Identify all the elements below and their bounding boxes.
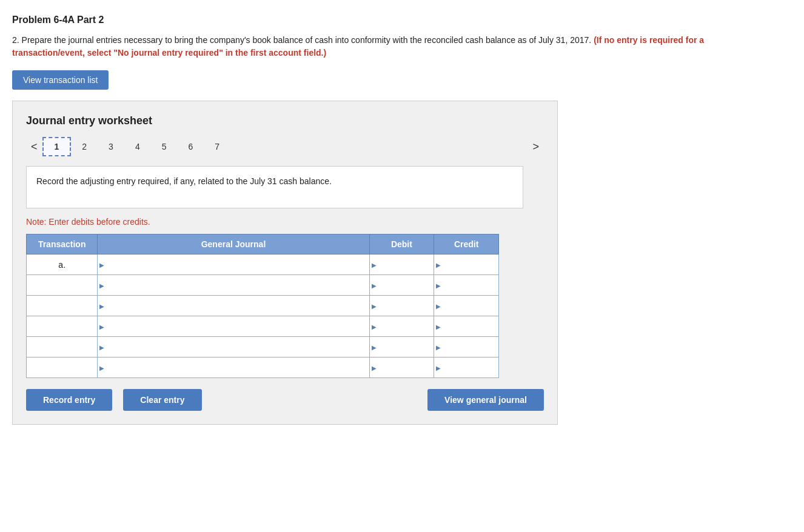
table-row — [27, 296, 499, 316]
debit-cell-2[interactable] — [369, 275, 434, 296]
tab-6[interactable]: 6 — [178, 138, 204, 155]
general-journal-cell-2[interactable] — [98, 275, 369, 296]
credit-cell-6[interactable] — [434, 357, 499, 378]
worksheet-container: Journal entry worksheet < 1 2 3 4 5 6 7 … — [12, 101, 558, 425]
credit-input-3[interactable] — [434, 296, 498, 316]
general-journal-input-2[interactable] — [98, 275, 369, 295]
transaction-label-a: a. — [27, 254, 98, 275]
credit-input-1[interactable] — [434, 254, 498, 274]
debit-cell-3[interactable] — [369, 296, 434, 316]
transaction-label-5 — [27, 337, 98, 357]
transaction-label-6 — [27, 357, 98, 378]
debit-input-1[interactable] — [370, 254, 434, 274]
transaction-label-2 — [27, 275, 98, 296]
credit-cell-1[interactable] — [434, 254, 499, 275]
debit-cell-4[interactable] — [369, 316, 434, 337]
col-general-journal: General Journal — [98, 234, 369, 254]
tab-5[interactable]: 5 — [151, 138, 178, 155]
debit-cell-6[interactable] — [369, 357, 434, 378]
general-journal-cell-3[interactable] — [98, 296, 369, 316]
general-journal-input-4[interactable] — [98, 316, 369, 336]
debit-cell-1[interactable] — [369, 254, 434, 275]
table-row — [27, 316, 499, 337]
tab-1[interactable]: 1 — [42, 137, 72, 156]
transaction-label-3 — [27, 296, 98, 316]
tab-4[interactable]: 4 — [124, 138, 151, 155]
debit-input-4[interactable] — [370, 316, 434, 336]
credit-cell-3[interactable] — [434, 296, 499, 316]
col-credit: Credit — [434, 234, 499, 254]
table-row — [27, 357, 499, 378]
table-row — [27, 337, 499, 357]
nav-next-arrow[interactable]: > — [528, 138, 544, 156]
tab-row: < 1 2 3 4 5 6 7 > — [26, 137, 544, 156]
journal-table: Transaction General Journal Debit Credit… — [26, 234, 499, 378]
general-journal-cell-5[interactable] — [98, 337, 369, 357]
credit-cell-2[interactable] — [434, 275, 499, 296]
general-journal-input-1[interactable] — [98, 254, 369, 274]
general-journal-cell-1[interactable] — [98, 254, 369, 275]
general-journal-input-5[interactable] — [98, 337, 369, 357]
view-general-journal-button[interactable]: View general journal — [427, 389, 544, 411]
clear-entry-button[interactable]: Clear entry — [123, 389, 201, 411]
general-journal-cell-6[interactable] — [98, 357, 369, 378]
instructions-main: 2. Prepare the journal entries necessary… — [12, 35, 591, 45]
credit-input-4[interactable] — [434, 316, 498, 336]
general-journal-cell-4[interactable] — [98, 316, 369, 337]
credit-input-2[interactable] — [434, 275, 498, 295]
tab-3[interactable]: 3 — [98, 138, 124, 155]
instructions: 2. Prepare the journal entries necessary… — [12, 34, 740, 59]
note-text: Note: Enter debits before credits. — [26, 217, 544, 227]
view-transaction-list-button[interactable]: View transaction list — [12, 70, 109, 90]
credit-cell-5[interactable] — [434, 337, 499, 357]
general-journal-input-3[interactable] — [98, 296, 369, 316]
debit-cell-5[interactable] — [369, 337, 434, 357]
table-row: a. — [27, 254, 499, 275]
tab-7[interactable]: 7 — [204, 138, 230, 155]
table-row — [27, 275, 499, 296]
tab-2[interactable]: 2 — [71, 138, 98, 155]
credit-cell-4[interactable] — [434, 316, 499, 337]
debit-input-3[interactable] — [370, 296, 434, 316]
col-debit: Debit — [369, 234, 434, 254]
debit-input-2[interactable] — [370, 275, 434, 295]
debit-input-6[interactable] — [370, 357, 434, 377]
credit-input-5[interactable] — [434, 337, 498, 357]
credit-input-6[interactable] — [434, 357, 498, 377]
debit-input-5[interactable] — [370, 337, 434, 357]
transaction-label-4 — [27, 316, 98, 337]
button-row: Record entry Clear entry View general jo… — [26, 389, 544, 411]
instruction-box: Record the adjusting entry required, if … — [26, 166, 523, 208]
nav-prev-arrow[interactable]: < — [26, 138, 42, 156]
worksheet-title: Journal entry worksheet — [26, 115, 544, 127]
problem-title: Problem 6-4A Part 2 — [12, 15, 792, 25]
general-journal-input-6[interactable] — [98, 357, 369, 377]
record-entry-button[interactable]: Record entry — [26, 389, 112, 411]
col-transaction: Transaction — [27, 234, 98, 254]
